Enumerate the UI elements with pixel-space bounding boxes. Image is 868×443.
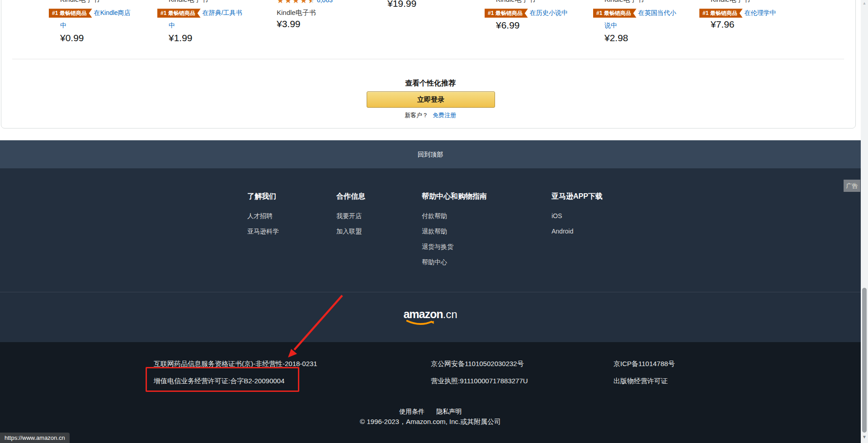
- product-card[interactable]: Kindle电子书 #1 最畅销商品在Kindle商店中 ¥0.99: [60, 0, 134, 43]
- bestseller-badge: #1 最畅销商品: [485, 9, 528, 18]
- bestseller-badge: #1 最畅销商品: [157, 9, 201, 18]
- footer-link[interactable]: 我要开店: [336, 208, 365, 224]
- terms-of-use-link[interactable]: 使用条件: [399, 408, 425, 415]
- half-star-icon: ★★: [308, 0, 315, 5]
- product-price: ¥19.99: [387, 0, 461, 9]
- footer-column-help: 帮助中心和购物指南 付款帮助 退款帮助 退货与换货 帮助中心: [422, 191, 487, 270]
- product-price: ¥2.98: [604, 33, 678, 43]
- footer-link[interactable]: 亚马逊科学: [247, 224, 279, 239]
- amazon-smile-icon: [406, 319, 436, 327]
- product-title[interactable]: Kindle电子书: [60, 0, 134, 4]
- footer-column-about: 了解我们 人才招聘 亚马逊科学: [247, 191, 279, 239]
- product-title[interactable]: Kindle电子书: [711, 0, 784, 4]
- product-card[interactable]: ¥19.99: [387, 0, 461, 9]
- category-link[interactable]: 在历史小说中: [530, 9, 568, 16]
- footer-column-app: 亚马逊APP下载 iOS Android: [552, 191, 603, 239]
- product-card[interactable]: ★★★★★★6,063 Kindle电子书 ¥3.99: [277, 0, 367, 29]
- product-title[interactable]: Kindle电子书: [496, 0, 570, 4]
- personalized-recommendations-heading: 查看个性化推荐: [0, 79, 861, 88]
- product-title[interactable]: Kindle电子书: [169, 0, 242, 4]
- footer-link[interactable]: 退货与换货: [422, 239, 487, 254]
- sign-in-button[interactable]: 立即登录: [367, 91, 495, 108]
- footer-link[interactable]: Android: [552, 224, 603, 239]
- vertical-scrollbar[interactable]: ▲ ▼: [861, 0, 868, 443]
- police-record-link[interactable]: 京公网安备11010502030232号: [431, 360, 524, 368]
- product-title[interactable]: Kindle电子书: [604, 0, 678, 4]
- product-card[interactable]: Kindle电子书 #1 最畅销商品在辞典/工具书中 ¥1.99: [169, 0, 242, 43]
- bestseller-badge: #1 最畅销商品: [699, 9, 743, 18]
- footer-logo-band: amazon.cn: [0, 292, 861, 342]
- product-price: ¥3.99: [277, 19, 367, 29]
- scrollbar-down-icon[interactable]: ▼: [861, 434, 868, 439]
- footer-links-section: 了解我们 人才招聘 亚马逊科学 合作信息 我要开店 加入联盟 帮助中心和购物指南…: [0, 168, 861, 292]
- bestseller-badge: #1 最畅销商品: [49, 9, 92, 18]
- card-divider: [12, 59, 844, 59]
- browser-status-url: https://www.amazon.cn: [0, 433, 70, 443]
- footer-link[interactable]: 退款帮助: [422, 224, 487, 239]
- category-link[interactable]: 在伦理学中: [745, 9, 776, 16]
- amazon-cn-page: Kindle电子书 #1 最畅销商品在Kindle商店中 ¥0.99 Kindl…: [0, 0, 868, 443]
- footer-column-heading: 亚马逊APP下载: [552, 191, 603, 202]
- product-price: ¥1.99: [169, 33, 242, 43]
- product-price: ¥7.96: [711, 19, 784, 30]
- product-price: ¥0.99: [60, 33, 134, 43]
- rating-count-link[interactable]: 6,063: [317, 0, 333, 4]
- bestseller-badge: #1 最畅销商品: [593, 9, 637, 18]
- product-card[interactable]: Kindle电子书 #1 最畅销商品在英国当代小说中 ¥2.98: [604, 0, 678, 43]
- back-to-top-bar[interactable]: 回到顶部: [0, 140, 861, 168]
- footer-link[interactable]: 加入联盟: [336, 224, 365, 239]
- privacy-notice-link[interactable]: 隐私声明: [436, 408, 462, 415]
- scrollbar-up-icon[interactable]: ▲: [861, 1, 868, 5]
- scrollbar-thumb[interactable]: [862, 288, 867, 433]
- new-customer-label: 新客户？: [405, 112, 428, 119]
- product-card[interactable]: Kindle电子书 #1 最畅销商品在历史小说中 ¥6.99: [496, 0, 570, 31]
- ad-label: 广告: [844, 180, 860, 192]
- product-price: ¥6.99: [496, 20, 570, 31]
- copyright-text: © 1996-2023，Amazon.com, Inc.或其附属公司: [0, 418, 861, 426]
- footer-link[interactable]: iOS: [552, 208, 603, 224]
- footer-column-heading: 帮助中心和购物指南: [422, 191, 487, 202]
- star-rating-icon: ★★★★: [277, 0, 308, 5]
- product-card[interactable]: Kindle电子书 #1 最畅销商品在伦理学中 ¥7.96: [711, 0, 784, 30]
- footer-link[interactable]: 付款帮助: [422, 208, 487, 224]
- publication-license-text: 出版物经营许可证: [613, 377, 668, 385]
- icp-license-link[interactable]: 京ICP备11014788号: [613, 360, 675, 368]
- business-license-text: 营业执照:91110000717883277U: [431, 377, 528, 385]
- footer-link[interactable]: 人才招聘: [247, 208, 279, 224]
- footer-link[interactable]: 帮助中心: [422, 254, 487, 270]
- product-title[interactable]: Kindle电子书: [277, 9, 367, 17]
- register-link[interactable]: 免费注册: [433, 112, 456, 119]
- footer-column-partners: 合作信息 我要开店 加入联盟: [336, 191, 365, 239]
- footer-column-heading: 了解我们: [247, 191, 279, 202]
- annotation-highlight-box: [146, 367, 299, 392]
- footer-legal-band: 互联网药品信息服务资格证书(京)-非经营性-2018-0231 增值电信业务经营…: [0, 342, 861, 443]
- footer-column-heading: 合作信息: [336, 191, 365, 202]
- amazon-cn-logo[interactable]: amazon.cn: [403, 308, 457, 321]
